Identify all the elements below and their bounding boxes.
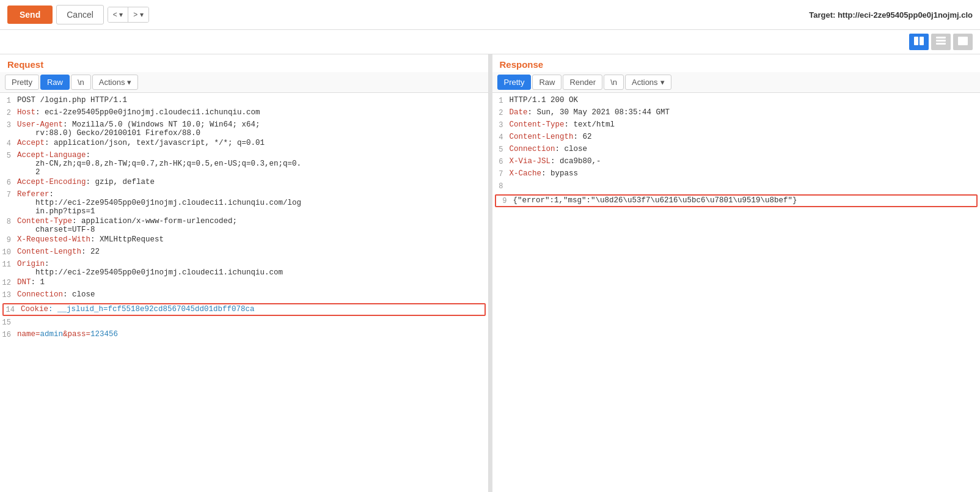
tab-response-raw[interactable]: Raw <box>532 75 561 90</box>
line-content: X-Requested-With: XMLHttpRequest <box>17 235 488 244</box>
toolbar-left: Send Cancel < ▾ > ▾ <box>7 5 149 24</box>
cancel-button[interactable]: Cancel <box>56 5 104 24</box>
line-content: Content-Length: 22 <box>17 248 488 256</box>
response-tab-bar: Pretty Raw Render \n Actions ▾ <box>492 72 981 93</box>
line-number: 15 <box>0 318 17 327</box>
line-number: 7 <box>492 169 510 178</box>
table-row: 8Content-Type: application/x-www-form-ur… <box>0 216 488 235</box>
line-content: X-Via-JSL: dca9b80,- <box>510 157 981 166</box>
tab-request-actions[interactable]: Actions ▾ <box>92 75 139 90</box>
table-row: 12DNT: 1 <box>0 277 488 290</box>
table-row: 5Connection: close <box>492 144 981 156</box>
tab-response-render[interactable]: Render <box>563 75 602 90</box>
line-content: Host: eci-2ze95405pp0e0j1nojmj.cloudeci1… <box>17 108 488 117</box>
table-row: 5Accept-Language: zh-CN,zh;q=0.8,zh-TW;q… <box>0 150 488 177</box>
table-row: 6Accept-Encoding: gzip, deflate <box>0 177 488 189</box>
svg-rect-1 <box>920 37 924 45</box>
table-row: 9{"error":1,"msg":"\u8d26\u53f7\u6216\u5… <box>495 194 978 207</box>
line-content: Accept-Language: zh-CN,zh;q=0.8,zh-TW;q=… <box>17 151 488 177</box>
nav-group: < ▾ > ▾ <box>108 7 149 23</box>
line-number: 10 <box>0 248 17 257</box>
line-number: 9 <box>496 196 513 205</box>
tab-response-actions[interactable]: Actions ▾ <box>625 75 671 90</box>
response-code-area[interactable]: 1HTTP/1.1 200 OK2Date: Sun, 30 May 2021 … <box>492 93 981 492</box>
line-number: 8 <box>0 217 17 226</box>
response-panel: Response Pretty Raw Render \n Actions ▾ … <box>492 54 981 492</box>
table-row: 14Cookie: __jsluid_h=fcf5518e92cd8567045… <box>2 303 486 316</box>
line-number: 3 <box>492 120 510 130</box>
line-number: 14 <box>4 305 21 314</box>
table-row: 8 <box>492 181 981 193</box>
line-content: name=admin&pass=123456 <box>17 330 488 339</box>
table-row: 1HTTP/1.1 200 OK <box>492 95 981 108</box>
table-row: 3User-Agent: Mozilla/5.0 (Windows NT 10.… <box>0 120 488 138</box>
line-content: Content-Type: text/html <box>510 120 981 129</box>
line-content: Connection: close <box>17 290 488 299</box>
line-content: Referer: http://eci-2ze95405pp0e0j1nojmj… <box>17 190 488 216</box>
svg-rect-2 <box>936 37 946 39</box>
line-content: Accept-Encoding: gzip, deflate <box>17 178 488 186</box>
chevron-down-icon: ▾ <box>127 78 131 87</box>
line-number: 3 <box>0 120 17 130</box>
table-row: 2Date: Sun, 30 May 2021 08:35:44 GMT <box>492 108 981 120</box>
line-content: Date: Sun, 30 May 2021 08:35:44 GMT <box>510 108 981 117</box>
send-button[interactable]: Send <box>7 6 53 24</box>
main-content: Request Pretty Raw \n Actions ▾ 1POST /l… <box>0 54 980 492</box>
line-content: Origin: http://eci-2ze95405pp0e0j1nojmj.… <box>17 260 488 277</box>
table-row: 6X-Via-JSL: dca9b80,- <box>492 156 981 169</box>
table-row: 7X-Cache: bypass <box>492 169 981 181</box>
line-content: User-Agent: Mozilla/5.0 (Windows NT 10.0… <box>17 120 488 138</box>
tab-response-pretty[interactable]: Pretty <box>497 75 532 90</box>
request-code-area[interactable]: 1POST /login.php HTTP/1.12Host: eci-2ze9… <box>0 93 488 492</box>
svg-rect-5 <box>958 37 968 45</box>
line-content: Accept: application/json, text/javascrip… <box>17 139 488 147</box>
view-split-button[interactable] <box>909 34 929 50</box>
line-number: 4 <box>492 133 510 142</box>
line-content: POST /login.php HTTP/1.1 <box>17 96 488 105</box>
line-number: 12 <box>0 278 17 287</box>
tab-request-pretty[interactable]: Pretty <box>5 75 39 90</box>
nav-back-button[interactable]: < ▾ <box>108 7 128 22</box>
svg-rect-0 <box>914 37 918 45</box>
chevron-down-icon: ▾ <box>660 78 665 87</box>
line-number: 5 <box>0 151 17 160</box>
table-row: 4Content-Length: 62 <box>492 132 981 144</box>
line-number: 1 <box>0 96 17 105</box>
line-number: 9 <box>0 235 17 244</box>
view-list-button[interactable] <box>931 34 951 50</box>
table-row: 11Origin: http://eci-2ze95405pp0e0j1nojm… <box>0 259 488 277</box>
request-title: Request <box>0 54 488 72</box>
request-panel: Request Pretty Raw \n Actions ▾ 1POST /l… <box>0 54 489 492</box>
tab-response-newline[interactable]: \n <box>604 75 624 90</box>
line-number: 1 <box>492 96 510 105</box>
line-content: X-Cache: bypass <box>510 169 981 178</box>
target-label: Target: http://eci-2ze95405pp0e0j1nojmj.… <box>809 10 973 20</box>
tab-request-raw[interactable]: Raw <box>40 75 70 90</box>
toolbar: Send Cancel < ▾ > ▾ Target: http://eci-2… <box>0 0 980 30</box>
line-number: 4 <box>0 139 17 148</box>
tab-request-newline[interactable]: \n <box>71 75 91 90</box>
table-row: 4Accept: application/json, text/javascri… <box>0 138 488 150</box>
line-content: Cookie: __jsluid_h=fcf5518e92cd8567045dd… <box>21 305 485 314</box>
line-content: DNT: 1 <box>17 278 488 287</box>
line-number: 13 <box>0 290 17 299</box>
view-single-button[interactable] <box>953 34 973 50</box>
line-content: Content-Length: 62 <box>510 133 981 141</box>
table-row: 2Host: eci-2ze95405pp0e0j1nojmj.cloudeci… <box>0 108 488 120</box>
table-row: 15 <box>0 317 488 329</box>
line-number: 8 <box>492 182 510 191</box>
line-content: Content-Type: application/x-www-form-url… <box>17 217 488 234</box>
svg-rect-4 <box>936 43 946 45</box>
nav-forward-button[interactable]: > ▾ <box>128 7 148 22</box>
line-number: 6 <box>492 157 510 166</box>
request-tab-bar: Pretty Raw \n Actions ▾ <box>0 72 488 93</box>
line-number: 5 <box>492 145 510 154</box>
line-content: Connection: close <box>510 145 981 153</box>
line-number: 16 <box>0 330 17 339</box>
table-row: 10Content-Length: 22 <box>0 247 488 259</box>
line-number: 2 <box>0 108 17 117</box>
line-content: HTTP/1.1 200 OK <box>510 96 981 105</box>
line-number: 7 <box>0 190 17 199</box>
svg-rect-3 <box>936 40 946 42</box>
table-row: 7Referer: http://eci-2ze95405pp0e0j1nojm… <box>0 189 488 216</box>
